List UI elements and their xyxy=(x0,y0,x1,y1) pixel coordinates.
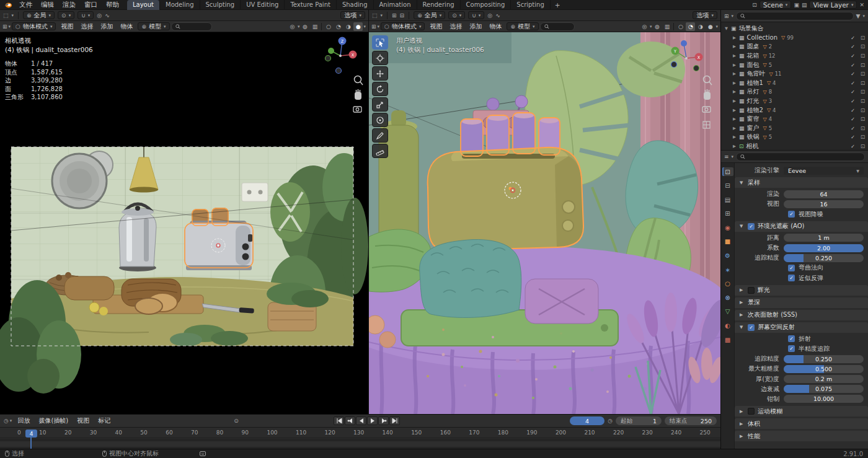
topbar-menu-item[interactable]: 窗口 xyxy=(80,1,102,9)
render-visibility-icon[interactable]: ⊡ xyxy=(859,43,867,50)
next-keyframe-button[interactable] xyxy=(378,416,389,425)
scene-selector[interactable]: Scene▾ xyxy=(760,1,792,9)
shading-solid-icon[interactable]: ◔ xyxy=(686,22,695,31)
editor-type-icon[interactable]: ⊞ xyxy=(371,24,376,30)
hide-checkbox-icon[interactable]: ✓ xyxy=(849,98,857,104)
expand-arrow-icon[interactable]: ▶ xyxy=(732,108,737,113)
scene-collection-row[interactable]: ▼ ▣ 场景集合 xyxy=(724,24,867,33)
refraction-row[interactable]: ✓ 折射 xyxy=(737,334,864,344)
checkbox-icon[interactable]: ✓ xyxy=(788,345,795,352)
render-visibility-icon[interactable]: ⊡ xyxy=(859,89,867,95)
add-workspace-button[interactable]: + xyxy=(551,1,565,9)
collection-row[interactable]: ▶▦植物1▽4✓⊡ xyxy=(724,79,867,88)
render-visibility-icon[interactable]: ⊡ xyxy=(859,134,867,140)
bloom-panel-header[interactable]: ▶ 辉光 xyxy=(735,285,868,296)
timeline-ruler[interactable]: 0102030405060708090100110120130140150160… xyxy=(0,428,720,438)
sampling-viewport-field[interactable]: 16 xyxy=(784,200,864,208)
collection-row[interactable]: ▶▦花箱▽12✓⊡ xyxy=(724,51,867,61)
proportional-editing-icon[interactable]: ◎ xyxy=(97,12,102,19)
pivot-point-dropdown[interactable]: ⊙▾ xyxy=(448,11,465,19)
checkbox-icon[interactable]: ✓ xyxy=(748,324,755,331)
collection-row[interactable]: ▶▦面包▽5✓⊡ xyxy=(724,60,867,69)
dof-panel-header[interactable]: ▶景深 xyxy=(735,297,868,308)
render-visibility-icon[interactable]: ⊡ xyxy=(859,80,867,86)
topbar-menu-item[interactable]: 编辑 xyxy=(37,1,58,9)
render-visibility-icon[interactable]: ⊡ xyxy=(859,35,867,41)
render-visibility-icon[interactable]: ⊡ xyxy=(859,53,867,59)
render-properties-tab[interactable]: ⊡ xyxy=(722,167,733,176)
prev-keyframe-button[interactable] xyxy=(345,416,355,425)
jump-to-start-button[interactable] xyxy=(334,416,344,425)
header-search[interactable] xyxy=(171,22,212,31)
sampling-render-field[interactable]: 64 xyxy=(784,190,864,198)
checkbox-icon[interactable]: ✓ xyxy=(788,275,795,281)
show-gizmo-icon[interactable]: ◎ xyxy=(640,22,649,31)
ssr-roughness-slider[interactable]: 0.500 xyxy=(784,365,864,373)
frame-start-field[interactable]: 起始1 xyxy=(616,416,662,425)
xray-icon[interactable]: ▥ xyxy=(662,22,671,31)
view-layer-properties-tab[interactable]: ▤ xyxy=(722,195,733,204)
checkbox-icon[interactable]: ✓ xyxy=(748,223,755,230)
blender-logo-icon[interactable] xyxy=(4,1,12,9)
viewport-menu-item[interactable]: 添加 xyxy=(97,22,117,31)
xray-icon[interactable]: ▥ xyxy=(310,22,319,31)
workspace-tab[interactable]: Shading xyxy=(337,0,374,10)
collection-row[interactable]: ▶▦圆桌▽2✓⊡ xyxy=(724,42,867,51)
shading-rendered-icon[interactable]: ● xyxy=(706,22,715,31)
expand-arrow-icon[interactable]: ▶ xyxy=(732,35,737,40)
shading-wireframe-icon[interactable]: ○ xyxy=(676,22,685,31)
new-scene-icon[interactable]: ▣ xyxy=(794,2,799,8)
editor-type-icon[interactable]: ⊞ xyxy=(724,13,729,19)
viewport-denoise-row[interactable]: ✓ 视图降噪 xyxy=(737,209,864,219)
ssr-panel-header[interactable]: ▼ ✓ 屏幕空间反射 xyxy=(735,322,868,333)
physics-properties-tab[interactable]: ○ xyxy=(722,280,733,288)
annotate-tool[interactable] xyxy=(372,128,388,143)
hide-checkbox-icon[interactable]: ✓ xyxy=(849,62,857,68)
transform-orientation-dropdown[interactable]: ⊕ 全局▾ xyxy=(23,11,55,19)
collection-row[interactable]: ▶▦灯光▽3✓⊡ xyxy=(724,97,867,106)
falloff-icon[interactable]: ∿ xyxy=(105,12,110,19)
ssr-thickness-field[interactable]: 0.2 m xyxy=(784,375,864,383)
properties-search[interactable] xyxy=(736,152,865,161)
viewport-menu-item[interactable]: 选择 xyxy=(77,22,97,31)
overlays-icon[interactable]: ◍ xyxy=(652,22,662,31)
pivot-point-dropdown[interactable]: ⊙▾ xyxy=(58,11,74,19)
expand-arrow-icon[interactable]: ▶ xyxy=(732,81,737,86)
ao-distance-field[interactable]: 1 m xyxy=(784,234,864,242)
frame-end-field[interactable]: 结束点250 xyxy=(665,416,717,425)
collection-row[interactable]: ▶▦铁锅▽5✓⊡ xyxy=(724,133,867,142)
playhead-line[interactable] xyxy=(30,438,32,449)
active-tool-icon[interactable]: ⬚ xyxy=(3,12,9,19)
hide-checkbox-icon[interactable]: ✓ xyxy=(849,89,857,95)
bent-normals-row[interactable]: ✓ 弯曲法向 xyxy=(737,263,864,273)
cursor-tool[interactable] xyxy=(372,51,388,65)
auto-keyframe-icon[interactable]: ⊙ xyxy=(234,418,239,424)
collection-row[interactable]: ▶▦植物2▽4✓⊡ xyxy=(724,105,867,115)
hide-checkbox-icon[interactable]: ✓ xyxy=(849,71,857,77)
tool-options-dropdown[interactable]: 选项▾ xyxy=(693,11,717,19)
render-visibility-icon[interactable]: ⊡ xyxy=(859,62,867,68)
viewport-canvas-left[interactable]: X Z xyxy=(0,32,368,414)
viewport-menu-item[interactable]: 选择 xyxy=(446,22,466,31)
ssr-clamp-field[interactable]: 10.000 xyxy=(784,395,864,403)
hide-checkbox-icon[interactable]: ✓ xyxy=(849,107,857,113)
bounces-approximation-row[interactable]: ✓ 近似反弹 xyxy=(737,273,864,283)
snapping-dropdown[interactable]: ∪▾ xyxy=(78,11,94,19)
shading-material-icon[interactable]: ◑ xyxy=(343,22,353,31)
render-visibility-icon[interactable]: ⊡ xyxy=(859,143,867,149)
world-properties-tab[interactable]: ◉ xyxy=(722,223,733,232)
timeline-menu-item[interactable]: 标记 xyxy=(94,416,115,425)
view-layer-selector[interactable]: View Layer▾ xyxy=(809,1,857,9)
expand-arrow-icon[interactable]: ▶ xyxy=(732,89,737,94)
active-tool-icon[interactable]: ⬚ xyxy=(372,12,378,19)
overlays-icon[interactable]: ◍ xyxy=(300,22,309,31)
play-reverse-button[interactable] xyxy=(356,416,366,425)
constraints-properties-tab[interactable]: ⊗ xyxy=(722,293,733,302)
checkbox-icon[interactable] xyxy=(748,287,755,294)
viewport-menu-item[interactable]: 物体 xyxy=(485,22,505,31)
remove-view-layer-icon[interactable]: ✕ xyxy=(859,2,864,8)
workspace-tab[interactable]: Compositing xyxy=(461,0,512,10)
tweak-option-icon[interactable]: ⊟ xyxy=(400,12,405,19)
collapse-arrow-icon[interactable]: ▼ xyxy=(724,26,729,31)
ssr-fade-slider[interactable]: 0.075 xyxy=(784,385,864,393)
